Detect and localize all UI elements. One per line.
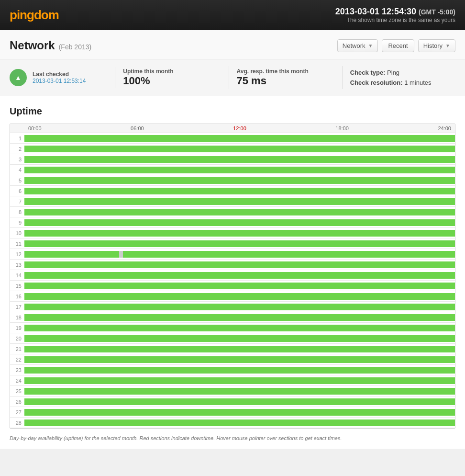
chart-row: 5: [10, 175, 455, 186]
page-subtitle: (Feb 2013): [59, 43, 91, 51]
stat-check-info: Check type: Ping Check resolution: 1 min…: [343, 67, 455, 88]
row-bar: [24, 409, 455, 416]
chart-row: 10: [10, 228, 455, 238]
row-bar: [24, 251, 455, 258]
row-number: 23: [10, 367, 24, 373]
last-checked-label: Last checked: [33, 71, 86, 78]
check-type-label: Check type:: [350, 69, 386, 76]
row-bar: [24, 240, 455, 247]
toolbar: Network ▼ Recent History ▼: [337, 39, 455, 52]
header-time: 2013-03-01 12:54:30 (GMT -5:00) The show…: [335, 7, 455, 23]
row-number: 6: [10, 188, 24, 194]
row-number: 15: [10, 283, 24, 289]
chart-row: 6: [10, 186, 455, 196]
row-number: 10: [10, 230, 24, 236]
row-bar: [24, 314, 455, 321]
uptime-label: Uptime this month: [123, 68, 221, 75]
row-bar: [24, 230, 455, 237]
row-number: 4: [10, 167, 24, 173]
chart-row: 7: [10, 196, 455, 207]
row-bar: [24, 261, 455, 268]
page-title-area: Network (Feb 2013): [10, 39, 91, 52]
uptime-title: Uptime: [10, 106, 455, 117]
network-dropdown-label: Network: [343, 42, 365, 49]
stat-last-checked: Last checked 2013-03-01 12:53:14: [10, 67, 115, 88]
avg-resp-value: 75 ms: [237, 75, 334, 87]
row-number: 20: [10, 336, 24, 341]
row-number: 26: [10, 399, 24, 405]
chart-row: 24: [10, 375, 455, 386]
chart-row: 8: [10, 207, 455, 217]
chart-row: 18: [10, 312, 455, 323]
row-bar: [24, 198, 455, 205]
row-number: 8: [10, 209, 24, 215]
timezone-note: The shown time zone is the same as yours: [335, 17, 455, 23]
row-bar: [24, 356, 455, 363]
check-type-line: Check type: Ping: [350, 69, 448, 76]
row-bar: [24, 388, 455, 395]
chart-row: 23: [10, 365, 455, 375]
chart-container: 00:00 06:00 12:00 18:00 24:00 1234567891…: [10, 124, 455, 429]
row-number: 3: [10, 157, 24, 162]
row-bar: [24, 135, 455, 142]
row-bar: [24, 335, 455, 342]
row-number: 16: [10, 294, 24, 299]
row-bar: [24, 419, 455, 426]
row-number: 11: [10, 241, 24, 247]
page-title: Network: [10, 39, 55, 52]
row-number: 28: [10, 420, 24, 426]
time-label-0000: 00:00: [28, 125, 42, 131]
chart-row: 17: [10, 302, 455, 312]
network-dropdown-button[interactable]: Network ▼: [337, 39, 378, 52]
row-bar: [24, 325, 455, 331]
chart-row: 20: [10, 333, 455, 344]
chart-row: 15: [10, 281, 455, 291]
row-number: 1: [10, 136, 24, 141]
row-number: 22: [10, 357, 24, 363]
history-dropdown-label: History: [423, 42, 443, 49]
uptime-section: Uptime 00:00 06:00 12:00 18:00 24:00 123…: [0, 96, 465, 429]
chart-row: 4: [10, 165, 455, 175]
time-label-0600: 06:00: [131, 125, 144, 131]
time-label-1200: 12:00: [233, 125, 246, 131]
row-bar: [24, 188, 455, 194]
chart-row: 9: [10, 217, 455, 228]
row-number: 5: [10, 178, 24, 183]
row-number: 25: [10, 388, 24, 394]
header: pingdom 2013-03-01 12:54:30 (GMT -5:00) …: [0, 0, 465, 30]
chart-row: 11: [10, 238, 455, 249]
history-dropdown-button[interactable]: History ▼: [418, 39, 455, 52]
stats-bar: Last checked 2013-03-01 12:53:14 Uptime …: [0, 59, 465, 96]
chart-row: 27: [10, 407, 455, 418]
row-number: 13: [10, 262, 24, 268]
row-number: 19: [10, 325, 24, 331]
chart-time-axis: 00:00 06:00 12:00 18:00 24:00: [10, 124, 455, 133]
row-number: 18: [10, 315, 24, 320]
history-dropdown-arrow: ▼: [445, 43, 450, 48]
row-bar: [24, 367, 455, 374]
chart-row: 28: [10, 418, 455, 428]
row-number: 14: [10, 272, 24, 278]
check-resolution-line: Check resolution: 1 minutes: [350, 79, 448, 86]
row-bar: [24, 398, 455, 405]
recent-button[interactable]: Recent: [382, 39, 414, 52]
title-bar: Network (Feb 2013) Network ▼ Recent Hist…: [0, 30, 465, 59]
row-bar: [24, 283, 455, 289]
row-bar: [24, 377, 455, 384]
chart-row: 21: [10, 344, 455, 354]
status-up-icon: [10, 69, 27, 86]
chart-row: 3: [10, 154, 455, 165]
datetime-display: 2013-03-01 12:54:30 (GMT -5:00): [335, 7, 455, 17]
row-bar: [24, 272, 455, 279]
chart-row: 25: [10, 386, 455, 397]
chart-row: 1: [10, 133, 455, 144]
chart-row: 14: [10, 270, 455, 281]
row-bar: [24, 304, 455, 310]
row-number: 21: [10, 346, 24, 352]
datetime-value: 2013-03-01 12:54:30: [335, 7, 416, 16]
timezone-value: (GMT -5:00): [419, 8, 455, 16]
row-number: 9: [10, 220, 24, 226]
footer-note: Day-by-day availability (uptime) for the…: [0, 429, 465, 449]
row-number: 7: [10, 199, 24, 204]
chart-row: 13: [10, 260, 455, 270]
